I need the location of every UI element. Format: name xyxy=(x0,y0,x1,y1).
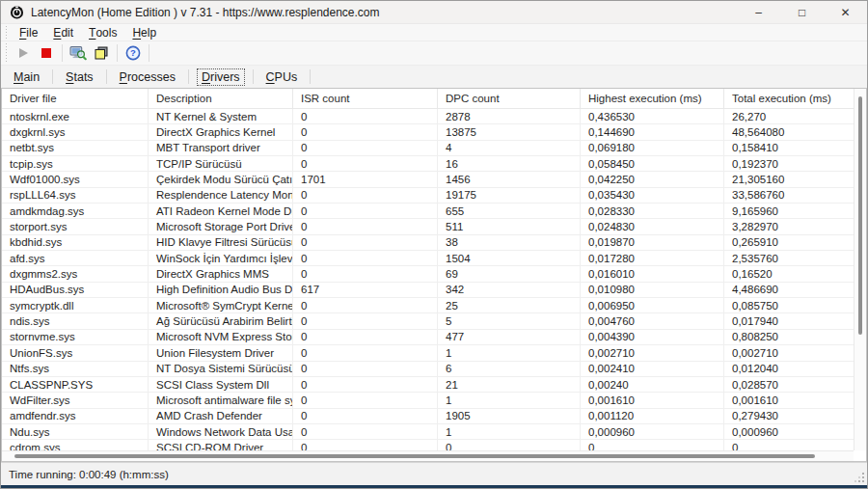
table-cell: 0 xyxy=(293,188,438,203)
table-row[interactable]: ndis.sysAğ Sürücüsü Arabirim Belirtim…05… xyxy=(2,313,854,329)
table-row[interactable]: Ndu.sysWindows Network Data Usag…010,000… xyxy=(2,424,854,440)
table-row[interactable]: afd.sysWinSock İçin Yardımcı İşlev Sü…01… xyxy=(2,251,854,266)
table-cell: 0,004760 xyxy=(581,313,724,328)
table-cell: WinSock İçin Yardımcı İşlev Sü… xyxy=(149,251,293,265)
table-cell: amdfendr.sys xyxy=(2,409,149,423)
table-cell: 342 xyxy=(438,283,581,297)
tab-stats[interactable]: Stats xyxy=(62,69,97,85)
table-cell: Wdf01000.sys xyxy=(2,172,149,186)
time-running-text: Time running: 0:00:49 (h:mm:ss) xyxy=(9,469,169,480)
table-row[interactable]: Wdf01000.sysÇekirdek Modu Sürücü Çatısı … xyxy=(2,172,854,187)
close-button[interactable]: ✕ xyxy=(824,1,867,23)
table-row[interactable]: CLASSPNP.SYSSCSI Class System Dll0210,00… xyxy=(2,377,854,393)
column-header-highest-execution-ms-[interactable]: Highest execution (ms) xyxy=(581,89,724,108)
tab-separator xyxy=(188,69,189,84)
column-header-dpc-count[interactable]: DPC count xyxy=(438,89,581,108)
tab-drivers[interactable]: Drivers xyxy=(198,69,244,85)
horizontal-scrollbar[interactable] xyxy=(2,450,854,461)
column-header-driver-file[interactable]: Driver file xyxy=(2,89,149,108)
horizontal-scrollbar-thumb[interactable] xyxy=(14,454,815,458)
table-cell: HDAudBus.sys xyxy=(2,283,149,297)
table-cell: 0,004390 xyxy=(581,330,724,344)
table-cell: dxgkrnl.sys xyxy=(2,124,149,139)
table-row[interactable]: kbdhid.sysHID Klavye Filtresi Sürücüsü03… xyxy=(2,235,854,251)
toolbar-gripper[interactable] xyxy=(4,43,8,62)
table-cell: 477 xyxy=(438,330,581,344)
table-row[interactable]: stornvme.sysMicrosoft NVM Express Storp…… xyxy=(2,330,854,345)
table-row[interactable]: Ntfs.sysNT Dosya Sistemi Sürücüsü060,002… xyxy=(2,362,854,377)
table-cell: 0,000960 xyxy=(724,424,854,439)
table-cell: 9,165960 xyxy=(724,204,854,218)
table-cell: stornvme.sys xyxy=(2,330,149,344)
toolbar-gripper[interactable] xyxy=(4,26,8,40)
table-cell: 4,486690 xyxy=(724,283,854,297)
tab-main[interactable]: Main xyxy=(10,69,43,85)
table-cell: 0 xyxy=(293,440,438,450)
table-cell: HID Klavye Filtresi Sürücüsü xyxy=(149,235,293,250)
table-cell: 0,028330 xyxy=(581,204,724,218)
table-cell: storport.sys xyxy=(2,219,149,233)
table-cell: 0 xyxy=(293,345,438,360)
run-monitor-button[interactable] xyxy=(12,42,35,64)
table-cell: 1905 xyxy=(438,409,581,423)
table-row[interactable]: tcpip.sysTCP/IP Sürücüsü0160,0584500,192… xyxy=(2,156,854,172)
tab-separator xyxy=(253,69,254,84)
table-cell: WdFilter.sys xyxy=(2,393,149,407)
table-cell: 0,192370 xyxy=(724,156,854,171)
column-header-isr-count[interactable]: ISR count xyxy=(293,89,438,108)
table-row[interactable]: rspLLL64.sysResplendence Latency Monit…0… xyxy=(2,188,854,204)
table-row[interactable]: dxgkrnl.sysDirectX Graphics Kernel013875… xyxy=(2,124,854,140)
menu-item-tools[interactable]: Tools xyxy=(81,24,124,41)
table-cell: 0,012040 xyxy=(724,362,854,376)
table-cell: symcryptk.dll xyxy=(2,298,149,312)
menu-item-edit[interactable]: Edit xyxy=(45,24,81,41)
column-header-total-execution-ms-[interactable]: Total execution (ms) xyxy=(724,89,854,108)
table-cell: 2,535760 xyxy=(724,251,854,265)
help-button[interactable]: ? xyxy=(122,42,145,64)
menu-item-file[interactable]: File xyxy=(12,24,45,41)
table-row[interactable]: UnionFS.sysUnion Filesystem Driver010,00… xyxy=(2,345,854,361)
table-cell: 21 xyxy=(438,377,581,392)
table-cell: 0,16520 xyxy=(724,266,854,281)
menu-item-help[interactable]: Help xyxy=(124,24,164,41)
table-cell: 0,010980 xyxy=(581,283,724,297)
table-cell: 0 xyxy=(293,313,438,328)
table-cell: 33,586760 xyxy=(724,188,854,203)
toolbar-separator xyxy=(149,44,149,62)
help-icon: ? xyxy=(125,45,141,61)
resize-grip-icon[interactable] xyxy=(854,472,865,483)
table-cell: 13875 xyxy=(438,124,581,139)
table-row[interactable]: amdkmdag.sysATI Radeon Kernel Mode Drive… xyxy=(2,204,854,219)
vertical-scrollbar[interactable] xyxy=(854,89,866,450)
table-cell: netbt.sys xyxy=(2,141,149,155)
table-cell: 655 xyxy=(438,204,581,218)
table-cell: 0 xyxy=(293,377,438,392)
table-row[interactable]: dxgmms2.sysDirectX Graphics MMS0690,0160… xyxy=(2,266,854,282)
vertical-scrollbar-thumb[interactable] xyxy=(858,96,862,336)
analyze-button[interactable] xyxy=(67,42,90,64)
table-cell: 0 xyxy=(293,266,438,281)
maximize-button[interactable]: □ xyxy=(780,1,824,23)
table-cell: 1 xyxy=(438,345,581,360)
stop-monitor-button[interactable] xyxy=(35,42,58,64)
table-row[interactable]: amdfendr.sysAMD Crash Defender019050,001… xyxy=(2,409,854,424)
table-row[interactable]: symcryptk.dllMicrosoft® SymCrypt Kernel … xyxy=(2,298,854,313)
table-row[interactable]: netbt.sysMBT Transport driver040,0691800… xyxy=(2,141,854,156)
tab-processes[interactable]: Processes xyxy=(116,69,179,85)
table-row[interactable]: WdFilter.sysMicrosoft antimalware file s… xyxy=(2,393,854,408)
table-row[interactable]: storport.sysMicrosoft Storage Port Drive… xyxy=(2,219,854,234)
table-cell: 6 xyxy=(438,362,581,376)
tab-cpus[interactable]: CPUs xyxy=(262,69,302,85)
table-cell: Ağ Sürücüsü Arabirim Belirtim… xyxy=(149,313,293,328)
window-controls: – □ ✕ xyxy=(737,1,867,23)
table-row[interactable]: HDAudBus.sysHigh Definition Audio Bus Dr… xyxy=(2,283,854,298)
column-header-description[interactable]: Description xyxy=(149,89,293,108)
cascade-windows-button[interactable] xyxy=(90,42,113,64)
table-cell: cdrom.sys xyxy=(2,440,149,450)
table-cell: 0 xyxy=(293,393,438,407)
table-cell: Microsoft® SymCrypt Kernel … xyxy=(149,298,293,312)
table-cell: kbdhid.sys xyxy=(2,235,149,250)
table-row[interactable]: cdrom.sysSCSI CD-ROM Driver0000 xyxy=(2,440,854,450)
minimize-button[interactable]: – xyxy=(737,1,780,23)
table-row[interactable]: ntoskrnl.exeNT Kernel & System028780,436… xyxy=(2,109,854,124)
